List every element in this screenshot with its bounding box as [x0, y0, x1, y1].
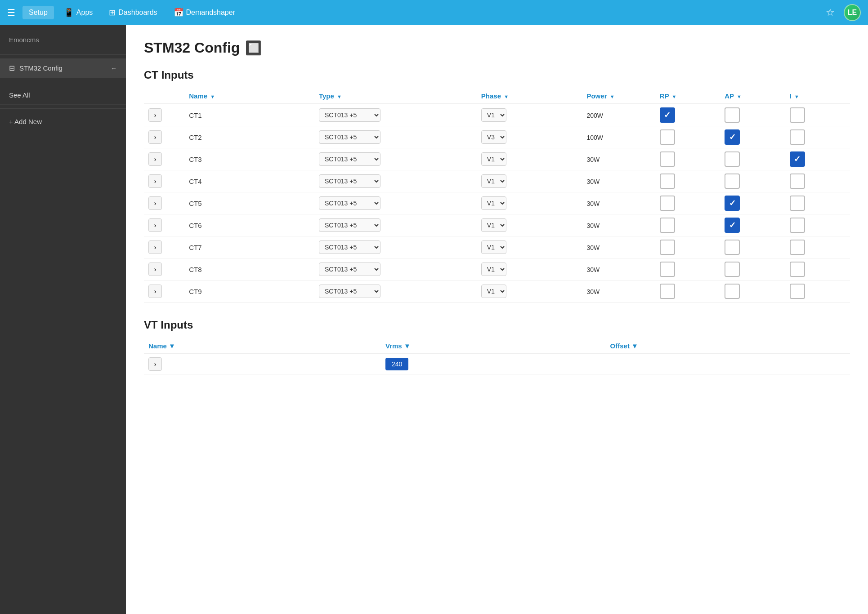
power-sort-icon: ▼	[610, 94, 615, 99]
ap-checkbox-ct2[interactable]	[725, 129, 740, 145]
hamburger-menu[interactable]: ☰	[7, 7, 15, 18]
i-checkbox-ct9[interactable]	[790, 284, 805, 299]
rp-checkbox-ct4[interactable]	[660, 174, 675, 189]
rp-checkbox-ct3[interactable]	[660, 151, 675, 167]
i-checkbox-ct6[interactable]	[790, 218, 805, 233]
nav-apps[interactable]: 📱 Apps	[58, 5, 99, 20]
i-checkbox-ct4[interactable]	[790, 174, 805, 189]
rp-checkbox-ct7[interactable]	[660, 240, 675, 255]
table-row: › 240	[144, 354, 850, 374]
main-content: STM32 Config 🔲 CT Inputs Name ▼ Type ▼	[126, 25, 868, 614]
col-power-header[interactable]: Power ▼	[582, 89, 655, 104]
sidebar: Emoncms ⊟ STM32 Config ← See All + Add N…	[0, 25, 126, 614]
chip-icon: 🔲	[245, 40, 262, 56]
rp-checkbox-ct9[interactable]	[660, 284, 675, 299]
ap-checkbox-ct3[interactable]	[725, 151, 740, 167]
power-value-ct5: 30W	[586, 200, 600, 207]
ct-name-ct9: CT9	[184, 280, 314, 303]
ap-checkbox-ct1[interactable]	[725, 107, 740, 123]
phase-select-ct1[interactable]: V1V2V3	[481, 108, 506, 122]
name-sort-icon: ▼	[210, 94, 215, 99]
i-checkbox-ct5[interactable]	[790, 196, 805, 211]
i-checkbox-ct1[interactable]	[790, 107, 805, 123]
col-i-header[interactable]: I ▼	[785, 89, 850, 104]
ap-checkbox-ct5[interactable]	[725, 196, 740, 211]
table-row: ›CT7SCT013 +5SCT013 100ASCT016YHDC SCT-0…	[144, 236, 850, 258]
expand-button-ct2[interactable]: ›	[148, 130, 162, 144]
rp-checkbox-ct5[interactable]	[660, 196, 675, 211]
col-type-header[interactable]: Type ▼	[314, 89, 477, 104]
phase-select-ct6[interactable]: V1V2V3	[481, 218, 506, 232]
power-value-ct3: 30W	[586, 156, 600, 163]
expand-button-ct4[interactable]: ›	[148, 174, 162, 188]
phase-sort-icon: ▼	[504, 94, 509, 99]
sidebar-stm32-label: STM32 Config	[19, 64, 63, 72]
col-name-header[interactable]: Name ▼	[184, 89, 314, 104]
ap-checkbox-ct4[interactable]	[725, 174, 740, 189]
table-row: ›CT9SCT013 +5SCT013 100ASCT016YHDC SCT-0…	[144, 280, 850, 303]
nav-setup[interactable]: Setup	[22, 6, 54, 19]
col-ap-header[interactable]: AP ▼	[720, 89, 785, 104]
phase-select-ct4[interactable]: V1V2V3	[481, 174, 506, 188]
ap-checkbox-ct6[interactable]	[725, 218, 740, 233]
vt-vrms-sort-icon: ▼	[404, 342, 411, 350]
rp-checkbox-ct6[interactable]	[660, 218, 675, 233]
phase-select-ct3[interactable]: V1V2V3	[481, 152, 506, 166]
table-row: ›CT5SCT013 +5SCT013 100ASCT016YHDC SCT-0…	[144, 192, 850, 214]
expand-button-ct9[interactable]: ›	[148, 285, 162, 298]
expand-button-ct5[interactable]: ›	[148, 196, 162, 210]
type-select-ct3[interactable]: SCT013 +5SCT013 100ASCT016YHDC SCT-010	[319, 152, 380, 166]
ap-checkbox-ct9[interactable]	[725, 284, 740, 299]
phase-select-ct5[interactable]: V1V2V3	[481, 196, 506, 210]
type-select-ct4[interactable]: SCT013 +5SCT013 100ASCT016YHDC SCT-010	[319, 174, 380, 188]
vt-col-offset-header[interactable]: Offset ▼	[606, 338, 850, 354]
phase-select-ct8[interactable]: V1V2V3	[481, 263, 506, 276]
col-rp-header[interactable]: RP ▼	[655, 89, 720, 104]
stm32-icon: ⊟	[9, 64, 15, 72]
sidebar-see-all[interactable]: See All	[0, 86, 126, 105]
user-avatar[interactable]: LE	[844, 4, 861, 21]
page-title: STM32 Config	[144, 40, 240, 56]
ct-inputs-table: Name ▼ Type ▼ Phase ▼ Power ▼	[144, 89, 850, 303]
rp-checkbox-ct8[interactable]	[660, 262, 675, 277]
ct-name-ct1: CT1	[184, 104, 314, 126]
phase-select-ct9[interactable]: V1V2V3	[481, 285, 506, 298]
type-select-ct1[interactable]: SCT013 +5SCT013 100ASCT016YHDC SCT-010	[319, 108, 380, 122]
type-select-ct2[interactable]: SCT013 +5SCT013 100ASCT016YHDC SCT-010	[319, 130, 380, 144]
i-checkbox-ct3[interactable]	[790, 151, 805, 167]
sidebar-brand: Emoncms	[0, 32, 126, 51]
ap-checkbox-ct8[interactable]	[725, 262, 740, 277]
i-checkbox-ct2[interactable]	[790, 129, 805, 145]
ap-sort-icon: ▼	[737, 94, 742, 99]
vt-col-name-header[interactable]: Name ▼	[144, 338, 381, 354]
type-select-ct5[interactable]: SCT013 +5SCT013 100ASCT016YHDC SCT-010	[319, 196, 380, 210]
type-select-ct8[interactable]: SCT013 +5SCT013 100ASCT016YHDC SCT-010	[319, 263, 380, 276]
expand-button-ct7[interactable]: ›	[148, 240, 162, 254]
i-checkbox-ct8[interactable]	[790, 262, 805, 277]
table-row: ›CT6SCT013 +5SCT013 100ASCT016YHDC SCT-0…	[144, 214, 850, 236]
phase-select-ct2[interactable]: V1V2V3	[481, 130, 506, 144]
favorite-star-icon[interactable]: ☆	[826, 7, 835, 18]
ap-checkbox-ct7[interactable]	[725, 240, 740, 255]
expand-button-ct3[interactable]: ›	[148, 152, 162, 166]
type-select-ct6[interactable]: SCT013 +5SCT013 100ASCT016YHDC SCT-010	[319, 218, 380, 232]
vt-vrms-button[interactable]: 240	[385, 358, 408, 370]
vt-expand-button[interactable]: ›	[148, 357, 162, 371]
nav-dashboards[interactable]: ⊞ Dashboards	[103, 5, 163, 20]
vt-col-vrms-header[interactable]: Vrms ▼	[381, 338, 606, 354]
apps-label: Apps	[76, 9, 93, 17]
rp-checkbox-ct1[interactable]	[660, 107, 675, 123]
type-select-ct7[interactable]: SCT013 +5SCT013 100ASCT016YHDC SCT-010	[319, 240, 380, 254]
type-select-ct9[interactable]: SCT013 +5SCT013 100ASCT016YHDC SCT-010	[319, 285, 380, 298]
nav-demandshaper[interactable]: 📅 Demandshaper	[167, 5, 242, 20]
col-phase-header[interactable]: Phase ▼	[477, 89, 582, 104]
expand-button-ct8[interactable]: ›	[148, 263, 162, 276]
rp-checkbox-ct2[interactable]	[660, 129, 675, 145]
i-checkbox-ct7[interactable]	[790, 240, 805, 255]
sidebar-item-stm32[interactable]: ⊟ STM32 Config ←	[0, 58, 126, 78]
sidebar-add-new[interactable]: + Add New	[0, 112, 126, 131]
table-row: ›CT1SCT013 +5SCT013 100ASCT016YHDC SCT-0…	[144, 104, 850, 126]
expand-button-ct1[interactable]: ›	[148, 108, 162, 122]
phase-select-ct7[interactable]: V1V2V3	[481, 240, 506, 254]
expand-button-ct6[interactable]: ›	[148, 218, 162, 232]
